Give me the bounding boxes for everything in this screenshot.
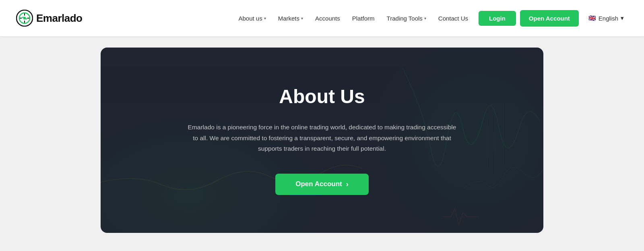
hero-card: About Us Emarlado is a pioneering force … <box>101 48 543 233</box>
nav-links: About us ▾ Markets ▾ Accounts Platform T… <box>233 10 628 27</box>
open-account-button-nav[interactable]: Open Account <box>520 10 579 27</box>
hero-title: About Us <box>279 85 365 108</box>
flag-icon: 🇬🇧 <box>588 15 596 22</box>
arrow-icon: › <box>346 180 349 189</box>
chevron-down-icon: ▾ <box>424 16 426 21</box>
nav-item-accounts[interactable]: Accounts <box>310 12 345 25</box>
nav-item-contact-us[interactable]: Contact Us <box>433 12 473 25</box>
login-button[interactable]: Login <box>479 11 516 26</box>
brand-name: Emarlado <box>36 12 83 25</box>
chevron-down-icon: ▾ <box>301 16 303 21</box>
main-content: About Us Emarlado is a pioneering force … <box>0 36 644 244</box>
language-selector[interactable]: 🇬🇧 English ▾ <box>584 11 628 25</box>
nav-item-markets[interactable]: Markets ▾ <box>273 12 308 25</box>
logo-icon <box>16 10 33 27</box>
nav-item-platform[interactable]: Platform <box>347 12 380 25</box>
navbar: Emarlado About us ▾ Markets ▾ Accounts P… <box>0 0 644 36</box>
hero-description: Emarlado is a pioneering force in the on… <box>185 122 459 154</box>
open-account-button-hero[interactable]: Open Account › <box>275 174 369 195</box>
chevron-down-icon: ▾ <box>621 15 624 22</box>
nav-item-trading-tools[interactable]: Trading Tools ▾ <box>382 12 431 25</box>
chevron-down-icon: ▾ <box>264 16 266 21</box>
logo[interactable]: Emarlado <box>16 10 83 27</box>
nav-item-about-us[interactable]: About us ▾ <box>233 12 270 25</box>
